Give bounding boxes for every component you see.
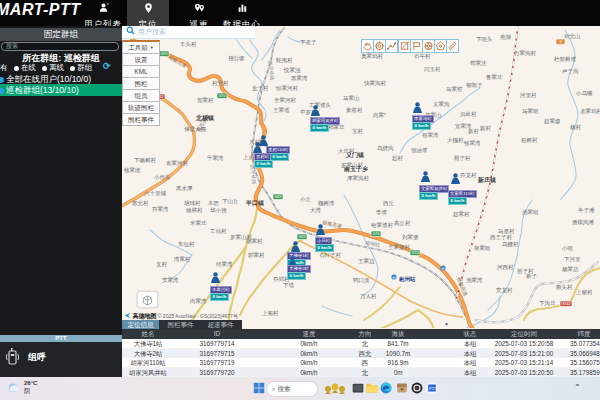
svg-text:G342: G342 bbox=[561, 302, 570, 306]
svg-text:文家沟: 文家沟 bbox=[433, 101, 450, 108]
svg-text:大槐村: 大槐村 bbox=[447, 137, 464, 144]
svg-text:赵家村: 赵家村 bbox=[453, 211, 470, 218]
svg-text:湾家村: 湾家村 bbox=[173, 256, 191, 263]
svg-text:PTT: PTT bbox=[429, 386, 437, 391]
svg-text:恒家河村: 恒家河村 bbox=[275, 85, 299, 92]
svg-text:贺家村: 贺家村 bbox=[197, 97, 214, 104]
svg-text:木匠: 木匠 bbox=[208, 200, 220, 206]
svg-text:柳旭子: 柳旭子 bbox=[466, 82, 483, 88]
svg-text:下杨树村: 下杨树村 bbox=[134, 157, 157, 164]
svg-text:西王子村: 西王子村 bbox=[490, 234, 513, 241]
svg-text:赵家塬: 赵家塬 bbox=[544, 118, 561, 125]
svg-text:下沟庄: 下沟庄 bbox=[539, 300, 556, 307]
svg-text:小咀: 小咀 bbox=[561, 245, 574, 251]
svg-text:下河里: 下河里 bbox=[564, 256, 581, 263]
svg-text:高丘村: 高丘村 bbox=[394, 220, 411, 227]
svg-text:朱位村: 朱位村 bbox=[178, 241, 195, 248]
svg-text:下孟子: 下孟子 bbox=[300, 39, 317, 45]
svg-text:半口镇: 半口镇 bbox=[245, 199, 264, 207]
svg-text:王家边: 王家边 bbox=[358, 258, 375, 264]
svg-text:池家咀: 池家咀 bbox=[522, 209, 539, 216]
svg-text:起村: 起村 bbox=[392, 155, 404, 162]
svg-text:黑家湾: 黑家湾 bbox=[291, 75, 308, 82]
svg-text:G70: G70 bbox=[372, 232, 379, 236]
svg-text:下塔: 下塔 bbox=[283, 282, 295, 288]
svg-text:对北山: 对北山 bbox=[564, 33, 581, 40]
svg-text:下咀头: 下咀头 bbox=[476, 36, 493, 42]
svg-text:下山丘: 下山丘 bbox=[222, 198, 239, 204]
svg-text:小乌嘴: 小乌嘴 bbox=[575, 90, 593, 96]
svg-text:经家湾: 经家湾 bbox=[216, 261, 233, 268]
svg-text:燕湖: 燕湖 bbox=[500, 34, 511, 40]
svg-text:马堡村: 马堡村 bbox=[498, 228, 515, 235]
svg-text:新村: 新村 bbox=[480, 125, 492, 132]
svg-text:上翟村: 上翟村 bbox=[576, 289, 593, 296]
svg-text:乔龙村: 乔龙村 bbox=[460, 172, 477, 179]
svg-text:全家河村: 全家河村 bbox=[274, 97, 297, 104]
svg-text:根子村: 根子村 bbox=[454, 155, 471, 162]
svg-text:王家堡村: 王家堡村 bbox=[388, 244, 411, 251]
svg-text:佃油坡: 佃油坡 bbox=[411, 147, 428, 154]
svg-text:杨村: 杨村 bbox=[569, 124, 582, 131]
svg-text:黄柑村: 黄柑村 bbox=[346, 107, 363, 114]
svg-text:哈家坡村: 哈家坡村 bbox=[371, 222, 394, 229]
svg-text:奥家坞村: 奥家坞村 bbox=[361, 53, 384, 60]
svg-text:牧家境: 牧家境 bbox=[124, 167, 141, 174]
svg-text:河西村: 河西村 bbox=[497, 264, 514, 271]
svg-text:万家沟村: 万家沟村 bbox=[514, 50, 537, 57]
svg-text:袁家河村: 袁家河村 bbox=[166, 160, 189, 167]
svg-text:千家湾: 千家湾 bbox=[207, 155, 224, 162]
svg-text:新庄镇: 新庄镇 bbox=[477, 176, 496, 184]
svg-text:小丘: 小丘 bbox=[299, 196, 312, 202]
svg-text:槐树湾: 槐树湾 bbox=[318, 200, 335, 207]
svg-text:彬州站: 彬州站 bbox=[398, 276, 416, 283]
svg-text:六十里铺: 六十里铺 bbox=[144, 190, 167, 196]
svg-text:马家咀: 马家咀 bbox=[522, 108, 539, 114]
svg-text:李坡: 李坡 bbox=[376, 209, 388, 215]
svg-text:桥子: 桥子 bbox=[525, 273, 538, 279]
svg-text:宝村: 宝村 bbox=[352, 128, 364, 135]
svg-text:乌腰村: 乌腰村 bbox=[502, 241, 519, 248]
svg-text:刘家堡: 刘家堡 bbox=[401, 234, 419, 240]
svg-text:大湾: 大湾 bbox=[310, 207, 322, 214]
svg-text:胡家村: 胡家村 bbox=[246, 238, 263, 245]
svg-text:蛇甩村: 蛇甩村 bbox=[276, 57, 293, 64]
svg-text:尚家*: 尚家* bbox=[373, 112, 387, 119]
svg-text:向家湾: 向家湾 bbox=[190, 298, 207, 305]
svg-text:石牛村: 石牛村 bbox=[414, 53, 431, 60]
svg-text:殿头村: 殿头村 bbox=[556, 284, 573, 291]
svg-text:冬子滩: 冬子滩 bbox=[578, 207, 595, 214]
svg-text:孟家坞村: 孟家坞村 bbox=[580, 108, 600, 115]
svg-text:杜梨树坡: 杜梨树坡 bbox=[554, 56, 577, 62]
svg-text:义门镇: 义门镇 bbox=[345, 151, 364, 159]
svg-text:G70: G70 bbox=[218, 94, 225, 98]
svg-text:华小强: 华小强 bbox=[210, 207, 227, 213]
svg-text:G70: G70 bbox=[411, 251, 418, 255]
svg-text:祖家湾: 祖家湾 bbox=[422, 132, 439, 139]
svg-text:胡球村: 胡球村 bbox=[184, 200, 201, 207]
svg-text:金子村: 金子村 bbox=[252, 85, 269, 92]
svg-text:柏树村: 柏树村 bbox=[520, 137, 538, 144]
svg-text:快家沟村: 快家沟村 bbox=[364, 80, 387, 87]
svg-text:安家湾: 安家湾 bbox=[162, 277, 179, 284]
svg-text:村北村: 村北村 bbox=[211, 80, 229, 87]
svg-text:z: z bbox=[106, 2, 108, 6]
svg-text:潘棋沟滩: 潘棋沟滩 bbox=[572, 219, 595, 226]
svg-text:米家庄: 米家庄 bbox=[190, 220, 207, 226]
svg-text:相公塬: 相公塬 bbox=[228, 55, 245, 61]
svg-text:北极镇: 北极镇 bbox=[195, 114, 214, 122]
svg-text:池家湾: 池家湾 bbox=[466, 277, 483, 284]
svg-text:站: 站 bbox=[393, 276, 397, 280]
svg-text:G69: G69 bbox=[298, 235, 305, 239]
svg-text:马家山: 马家山 bbox=[343, 95, 360, 101]
svg-text:河里村: 河里村 bbox=[520, 92, 537, 99]
svg-text:支村: 支村 bbox=[156, 261, 168, 268]
svg-text:黑水潭: 黑水潭 bbox=[176, 185, 193, 192]
svg-text:苟家洼: 苟家洼 bbox=[470, 60, 487, 67]
svg-text:G70: G70 bbox=[160, 52, 167, 56]
svg-text:南玉子乡: 南玉子乡 bbox=[343, 165, 368, 173]
svg-text:乌牌沟: 乌牌沟 bbox=[377, 145, 394, 152]
svg-text:潭家沟村: 潭家沟村 bbox=[347, 175, 370, 182]
svg-text:卢子沟: 卢子沟 bbox=[562, 68, 579, 75]
svg-text:郭家村: 郭家村 bbox=[248, 252, 265, 259]
